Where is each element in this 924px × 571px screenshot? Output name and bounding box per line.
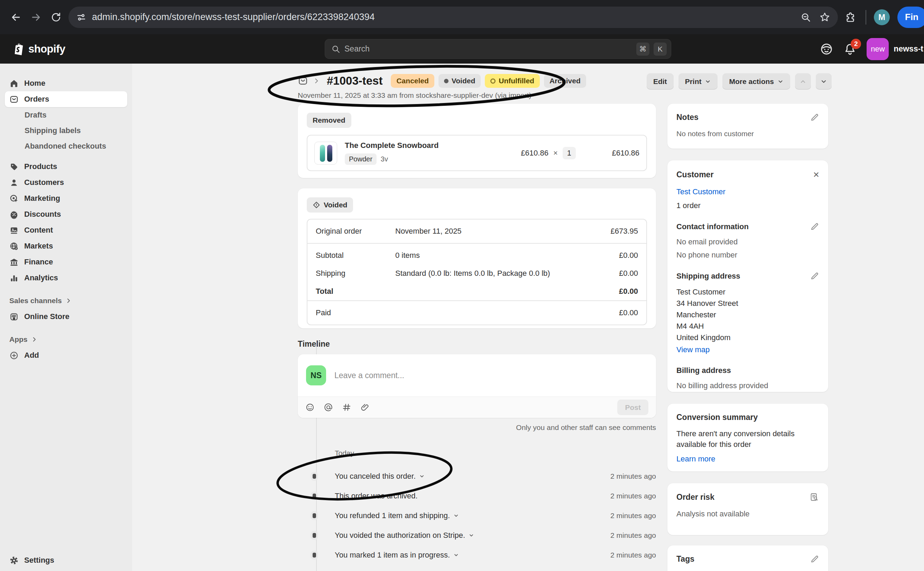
event-time: 2 minutes ago <box>610 512 656 520</box>
address-bar[interactable]: admin.shopify.com/store/newss-test-suppl… <box>68 6 838 28</box>
browser-reload-icon[interactable] <box>48 10 63 25</box>
remove-customer-icon[interactable]: × <box>813 169 819 180</box>
variant-option: 3v <box>381 155 388 163</box>
apps-header[interactable]: Apps <box>5 333 127 346</box>
unit-price: £610.86 <box>521 149 549 157</box>
zoom-page-icon[interactable] <box>800 12 811 22</box>
edit-shipping-pencil-icon[interactable] <box>810 271 819 281</box>
shopify-logo[interactable]: shopify <box>12 42 65 56</box>
row-label: Shipping <box>316 269 395 278</box>
status-badge-unfulfilled: Unfulfilled <box>485 74 540 88</box>
apps-label: Apps <box>9 335 28 344</box>
notifications-bell-icon[interactable]: 2 <box>843 42 857 56</box>
sidebar-item-label: Products <box>24 162 57 171</box>
browser-chrome: admin.shopify.com/store/newss-test-suppl… <box>0 0 924 34</box>
risk-analysis-icon[interactable] <box>810 492 819 502</box>
sidebar-item-content[interactable]: Content <box>5 222 127 238</box>
price-quantity-group: £610.86 × 1 <box>521 147 576 159</box>
learn-more-link[interactable]: Learn more <box>677 455 819 463</box>
discounts-icon <box>9 210 19 219</box>
browser-profile-avatar[interactable]: M <box>874 9 890 25</box>
conversion-title: Conversion summary <box>677 413 819 422</box>
sidebar-item-finance[interactable]: Finance <box>5 254 127 270</box>
notes-body: No notes from customer <box>677 130 819 138</box>
totals-table: Original order November 11, 2025 £673.95… <box>307 219 647 325</box>
customer-title: Customer <box>677 170 714 179</box>
sales-channels-header[interactable]: Sales channels <box>5 294 127 307</box>
site-settings-icon[interactable] <box>76 12 87 22</box>
customer-order-count: 1 order <box>677 201 819 210</box>
row-detail: November 11, 2025 <box>395 227 579 236</box>
order-date-line: November 11, 2025 at 3:33 am from stocks… <box>298 91 832 100</box>
sidebar-item-label: Discounts <box>24 210 61 219</box>
tags-card: Tags <box>668 545 828 571</box>
sidebar-item-home[interactable]: Home <box>5 76 127 91</box>
home-icon <box>9 79 19 88</box>
sidebar-item-online-store[interactable]: Online Store <box>5 309 127 324</box>
sidebar-item-shipping-labels[interactable]: Shipping labels <box>5 123 127 138</box>
sidebar-item-markets[interactable]: Markets <box>5 238 127 254</box>
edit-tags-pencil-icon[interactable] <box>810 554 819 564</box>
url-text[interactable]: admin.shopify.com/store/newss-test-suppl… <box>92 12 795 22</box>
sidebar-item-abandoned-checkouts[interactable]: Abandoned checkouts <box>5 138 127 154</box>
edit-notes-pencil-icon[interactable] <box>810 113 819 122</box>
emoji-icon[interactable] <box>305 403 315 412</box>
sidebar-item-add-app[interactable]: Add <box>5 347 127 363</box>
timeline-events: Today You canceled this order. 2 minutes… <box>298 449 656 565</box>
print-button[interactable]: Print <box>678 73 718 90</box>
finance-bank-icon <box>9 258 19 267</box>
customer-name-link[interactable]: Test Customer <box>677 187 819 196</box>
attachment-icon[interactable] <box>360 403 370 412</box>
sidekick-icon[interactable] <box>820 42 833 56</box>
sidebar-item-analytics[interactable]: Analytics <box>5 270 127 286</box>
post-button[interactable]: Post <box>617 400 648 415</box>
view-map-link[interactable]: View map <box>677 345 819 354</box>
main-content: #1003-test Canceled Voided Unfulfilled A… <box>132 63 924 571</box>
chevron-down-icon <box>419 474 425 479</box>
edit-button[interactable]: Edit <box>647 73 674 90</box>
order-breadcrumb-icon[interactable] <box>298 76 308 86</box>
timeline-event-voided-auth[interactable]: You voided the authorization on Stripe. … <box>298 525 656 545</box>
order-risk-body: Analysis not available <box>677 509 819 519</box>
address-line: 34 Hanover Street <box>677 298 819 309</box>
timeline-event-in-progress[interactable]: You marked 1 item as in progress. 2 minu… <box>298 545 656 565</box>
chevron-down-icon <box>453 552 459 558</box>
extensions-icon[interactable] <box>843 10 858 25</box>
row-label: Paid <box>316 308 395 317</box>
sidebar-item-settings[interactable]: Settings <box>5 552 127 568</box>
sidebar-item-marketing[interactable]: Marketing <box>5 190 127 206</box>
product-thumbnail[interactable] <box>314 142 337 165</box>
comment-input[interactable]: Leave a comment... <box>334 371 404 380</box>
billing-address-title: Billing address <box>677 366 819 375</box>
next-order-button[interactable] <box>816 73 832 90</box>
browser-forward-icon[interactable] <box>28 10 43 25</box>
sidebar-item-customers[interactable]: Customers <box>5 174 127 190</box>
hashtag-icon[interactable] <box>342 403 351 412</box>
sidebar-item-discounts[interactable]: Discounts <box>5 206 127 222</box>
staff-avatar: NS <box>306 365 326 386</box>
browser-back-icon[interactable] <box>8 10 23 25</box>
timeline-event-canceled[interactable]: You canceled this order. 2 minutes ago <box>298 466 656 486</box>
sidebar-item-orders[interactable]: Orders <box>5 91 127 107</box>
address-line: M4 4AH <box>677 320 819 332</box>
sidebar-item-products[interactable]: Products <box>5 159 127 174</box>
bookmark-star-icon[interactable] <box>819 12 830 23</box>
sidebar-item-drafts[interactable]: Drafts <box>5 107 127 123</box>
voided-badge: Voided <box>307 198 353 213</box>
product-title-link[interactable]: The Complete Snowboard <box>345 141 439 150</box>
chevron-right-icon <box>31 336 37 343</box>
more-actions-button[interactable]: More actions <box>722 73 790 90</box>
open-circle-icon <box>490 79 496 83</box>
browser-profile-pill[interactable]: Fin <box>898 6 924 28</box>
timeline-event-refunded[interactable]: You refunded 1 item and shipping. 2 minu… <box>298 506 656 525</box>
notification-count-badge: 2 <box>851 39 861 49</box>
store-switcher[interactable]: new newss-t <box>867 38 923 60</box>
comment-composer-card: NS Leave a comment... Post <box>298 354 656 418</box>
timeline-bullet <box>311 551 318 560</box>
global-search-input[interactable]: Search ⌘ K <box>325 39 671 59</box>
row-amount: £673.95 <box>579 227 638 236</box>
mention-icon[interactable] <box>324 403 333 412</box>
timeline-heading: Timeline <box>298 340 656 349</box>
previous-order-button[interactable] <box>795 73 811 90</box>
edit-contact-pencil-icon[interactable] <box>810 222 819 231</box>
